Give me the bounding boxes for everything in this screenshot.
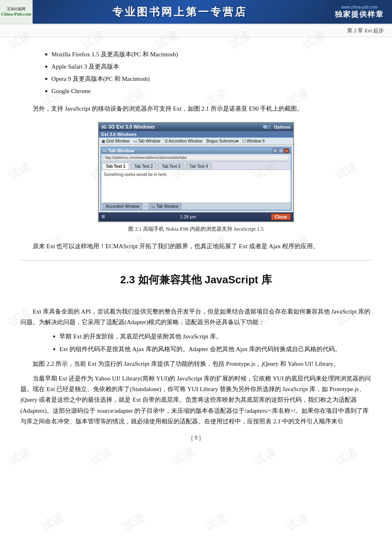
tab-window-icon: ▭ [151, 205, 155, 209]
toolbar-grid-label: Grid Window [106, 139, 129, 143]
chapter-bar: 第 2 章 Ext 起步 [0, 24, 392, 37]
header-url: www.china-pub.com [341, 5, 377, 9]
watermark-item: 试读 [202, 510, 229, 535]
nokia-win-title: Tab Window [108, 148, 134, 153]
section-divider [20, 260, 372, 260]
toolbar-grid[interactable]: ▦ Grid Window [100, 138, 131, 144]
nokia-screenshot: 3G 3G Ext 3.0 Windows 嗯(*) Options Ext 3… [98, 122, 294, 222]
browser-list: Mozilla Firefox 1.5 及更高版本(PC 和 Macintosh… [45, 49, 372, 96]
content-text: Something useful would be in here. [104, 172, 167, 177]
url-bar-container: http://ablekmu.com/www.tablems/abomstabl… [101, 154, 291, 162]
nokia-menu-title: Ext 3.0 Windows [99, 131, 293, 138]
tab-2[interactable]: Tab Text 2 [131, 163, 156, 169]
tab-icon: ▭ [134, 139, 137, 143]
list-item: Apple Safari 3 及更高版本 [45, 62, 372, 71]
toolbar-tab[interactable]: ▭ Tab Window [132, 138, 161, 144]
time-display: 1:28 pm [180, 214, 196, 219]
grid-icon: ▦ [102, 139, 105, 143]
nokia-win-controls: ─ □ × [273, 148, 289, 153]
list-item: Opera 9 及更高版本(PC 和 Macintosh) [45, 74, 372, 84]
tab-3[interactable]: Tab Text 3 [158, 163, 184, 169]
figure-container: 3G 3G Ext 3.0 Windows 嗯(*) Options Ext 3… [20, 122, 372, 233]
menu-icon: ≡ [101, 213, 105, 220]
toolbar-bogus[interactable]: Bogus Submenu▾ [205, 138, 240, 144]
toolbar-window6-label: Window 6 [247, 139, 265, 143]
url-bar[interactable]: http://ablekmu.com/www.tablems/abomstabl… [103, 155, 289, 160]
adapter-list: 早期 Ext 的开发阶段，其底层代码是依附其他 JavaScript 库。 Ex… [53, 332, 372, 354]
nokia-title-left: 3G 3G Ext 3.0 Windows [101, 124, 155, 130]
figure-caption: 图 2.1 高端手机 Nokia E90 内嵌的浏览器支持 JavaScript… [128, 225, 263, 233]
tab-4[interactable]: Tab Text 4 [186, 163, 212, 169]
nokia-bottom-bar: Accordion Window ··· ▭ Tab Window [101, 202, 291, 210]
nokia-app-title: 3G Ext 3.0 Windows [108, 124, 155, 130]
toolbar-bogus-label: Bogus Submenu▾ [207, 139, 239, 143]
header-center-title: 专业图书网上第一专营店 [112, 5, 247, 19]
separator: ··· [144, 205, 147, 209]
sub-list-item-2: Ext 的组件代码不是按其他 Ajax 库的风格写的。Adapter 会把其他 … [53, 344, 372, 354]
nokia-inner-window: ▭ Tab Window ─ □ × http://ablekmu.com/ww… [100, 147, 292, 211]
tab-window-label: Tab Window [156, 204, 178, 209]
paragraph-ext-api: Ext 库具备全面的 API，尝试着为我们提供完整的整合开发平台，但是如果结合遗… [20, 306, 372, 328]
paragraph-fig2-2: 如图 2.2 所示，当前 Ext 为流行的 JavaScript 库提供了功能的… [20, 358, 372, 369]
header-center-banner: 专业图书网上第一专营店 [33, 0, 327, 24]
list-item: Mozilla Firefox 1.5 及更高版本(PC 和 Macintosh… [45, 49, 372, 59]
accordion-btn[interactable]: Accordion Window [103, 203, 143, 209]
watermark-item: 试读 [38, 510, 66, 535]
paragraph-ecma: 原来 Ext 也可以这样地用！ECMAScript 开拓了我们的眼界，也真正地拓… [20, 241, 372, 251]
toolbar-tab-label: Tab Window [138, 139, 160, 143]
logo-site: China-Pub.com [1, 11, 31, 17]
nokia-win-title-group: ▭ Tab Window [103, 148, 134, 153]
watermark-item: 试读 [283, 510, 311, 535]
paragraph-yui: 当最早期 Ext 还是作为 Yahoo UI! Library(简称 YUI)的… [20, 373, 372, 427]
tab-window-btn[interactable]: ▭ Tab Window [149, 203, 181, 209]
page-header: 互动出版网 China-Pub.com 专业图书网上第一专营店 www.chin… [0, 0, 392, 24]
nokia-right-controls: 嗯(*) Options [263, 125, 291, 130]
close-button[interactable]: × [284, 148, 289, 153]
nokia-toolbar: ▦ Grid Window ▭ Tab Window ☰ Accordion W… [99, 138, 293, 145]
watermark-item: 试读 [120, 510, 147, 535]
nokia-titlebar: 3G 3G Ext 3.0 Windows 嗯(*) Options [99, 123, 293, 131]
logo: 互动出版网 China-Pub.com [0, 0, 33, 24]
toolbar-accordion-label: Accordion Window [169, 139, 203, 143]
paragraph-intro: 另外，支持 JavaScript 的移动设备的浏览器亦可支持 Ext，如图 2.… [20, 103, 372, 114]
accordion-icon: ☰ [165, 139, 168, 143]
page-number: [ 9 ] [20, 435, 372, 441]
window-icon: ☐ [243, 139, 246, 143]
list-item: Google Chrome [45, 86, 372, 96]
section-heading-2-3: 2.3 如何兼容其他 JavaScript 库 [20, 273, 372, 287]
chapter-title: 第 2 章 Ext 起步 [347, 27, 384, 34]
nokia-tabs: Tab Text 1 Tab Text 2 Tab Text 3 Tab Tex… [101, 162, 291, 170]
header-slogan: 独家提供样章 [335, 9, 384, 19]
nokia-win-titlebar: ▭ Tab Window ─ □ × [101, 147, 291, 154]
logo-top: 互动出版网 [1, 7, 31, 11]
nokia-win-icon: ▭ [103, 149, 107, 153]
minimize-button[interactable]: ─ [273, 148, 278, 153]
close-btn[interactable]: Close [271, 214, 291, 220]
toolbar-window6[interactable]: ☐ Window 6 [241, 138, 266, 144]
nokia-statusbar: ≡ 1:28 pm Close [99, 212, 293, 221]
nokia-signal: 嗯(*) [263, 125, 271, 130]
logo-text: 互动出版网 China-Pub.com [1, 7, 31, 17]
nokia-window-content: Something useful would be in here. [101, 170, 291, 202]
main-content: Mozilla Firefox 1.5 及更高版本(PC 和 Macintosh… [0, 37, 392, 454]
nokia-options: Options [274, 125, 291, 129]
tab-1[interactable]: Tab Text 1 [102, 163, 129, 169]
toolbar-accordion[interactable]: ☰ Accordion Window [163, 138, 204, 144]
sub-list-item-1: 早期 Ext 的开发阶段，其底层代码是依附其他 JavaScript 库。 [53, 332, 372, 342]
nokia-3g: 3G [101, 125, 107, 129]
maximize-button[interactable]: □ [278, 148, 283, 153]
header-right-banner: www.china-pub.com 独家提供样章 [327, 0, 392, 24]
